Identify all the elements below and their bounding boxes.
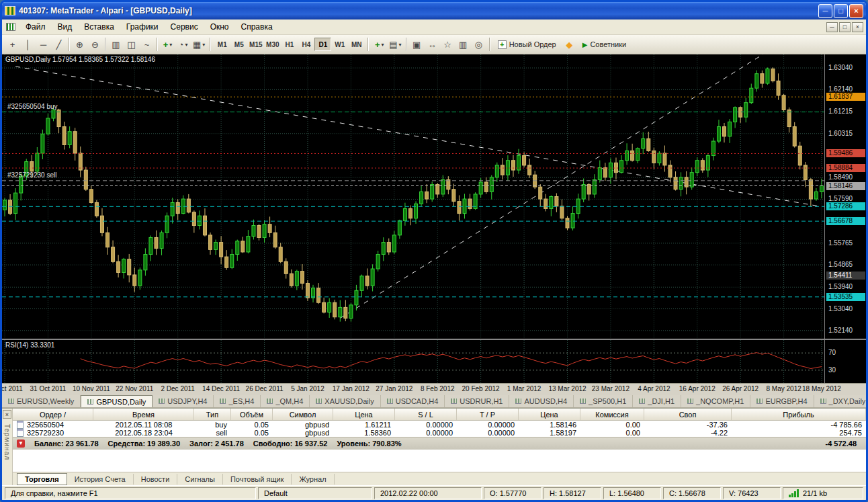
chart-tab-label: USDRUR,H1 (460, 397, 503, 405)
chart-tab--dxy-daily[interactable]: _DXY,Daily (814, 395, 866, 407)
timeframe-m30[interactable]: M30 (264, 38, 281, 51)
menu-view[interactable]: Вид (52, 20, 79, 34)
periods-button[interactable]: ◔▾ (175, 37, 191, 52)
chart-tab-xauusd-daily[interactable]: XAUUSD,Daily (310, 395, 380, 407)
column-header-time[interactable]: Время (93, 409, 194, 420)
price-axis[interactable]: 1.630401.621401.618371.612151.603151.594… (824, 54, 866, 339)
column-header-profit[interactable]: Прибыль (732, 409, 866, 420)
indicators-button[interactable]: +▾ (160, 37, 175, 52)
time-axis-label: 2 Dec 2011 (161, 385, 194, 392)
chart-tab-usdcad-h4[interactable]: USDCAD,H4 (381, 395, 445, 407)
terminal-tab-почтовый-ящик[interactable]: Почтовый ящик (223, 474, 292, 485)
menu-service[interactable]: Сервис (165, 20, 204, 34)
trendline-icon[interactable]: ╱ (51, 37, 67, 52)
terminal-tab-история-счета[interactable]: История Счета (67, 474, 134, 485)
column-header-swap[interactable]: Своп (644, 409, 732, 420)
connection-bars-icon (789, 489, 799, 497)
timeframe-d1[interactable]: D1 (314, 38, 331, 51)
line-chart-icon[interactable]: ~ (139, 37, 155, 52)
chart-tab-eurusd-weekly[interactable]: EURUSD,Weekly (2, 395, 81, 407)
timeframe-mn[interactable]: MN (348, 38, 365, 51)
mdi-minimize-button[interactable]: ─ (826, 22, 838, 32)
favorites-icon[interactable]: ☆ (440, 37, 455, 52)
expert-advisors-button[interactable]: ▶ Советники (578, 37, 631, 52)
column-header-type[interactable]: Тип (194, 409, 231, 420)
chart-tab-gbpusd-daily[interactable]: GBPUSD,Daily (81, 395, 153, 407)
add-chart-button[interactable]: +▾ (372, 37, 387, 52)
data-window-icon[interactable]: ▥ (455, 37, 471, 52)
title-bar[interactable]: 401307: MetaTrader - Alpari - [GBPUSD,Da… (2, 2, 866, 19)
rsi-axis[interactable]: 7030 (824, 340, 866, 383)
table-row[interactable]: 3256505042012.05.11 08:08buy0.05gbpusd1.… (13, 421, 866, 429)
menu-charts[interactable]: Графики (120, 20, 165, 34)
timeframe-h4[interactable]: H4 (298, 38, 314, 51)
zoom-out-icon[interactable]: ⊖ (87, 37, 103, 52)
chart-tab-usdjpy-h4[interactable]: USDJPY,H4 (153, 395, 214, 407)
column-header-sl[interactable]: S / L (395, 409, 457, 420)
chart-tabs-bar: EURUSD,WeeklyGBPUSD,DailyUSDJPY,H4_ES,H4… (2, 395, 866, 408)
window-close-button[interactable]: × (849, 4, 863, 18)
terminal-close-button[interactable]: × (3, 410, 11, 419)
chart-tab--nqcomp-h1[interactable]: _NQCOMP,H1 (681, 395, 750, 407)
mdi-restore-button[interactable]: □ (839, 22, 851, 32)
price-axis-label: 1.59486 (826, 149, 865, 157)
chart-tab-eurgbp-h4[interactable]: EURGBP,H4 (750, 395, 814, 407)
terminal-tab-торговля[interactable]: Торговля (17, 473, 67, 485)
mdi-close-button[interactable]: × (852, 22, 863, 32)
vertical-line-icon: │ (25, 40, 30, 50)
priority-button[interactable]: ◆ (562, 37, 577, 52)
candlestick-chart-icon[interactable]: ◫ (124, 37, 139, 52)
sell-order-label[interactable]: #325729230 sell (7, 171, 56, 179)
column-header-volume[interactable]: Объём (231, 409, 273, 420)
search-icon[interactable]: ◎ (471, 37, 486, 52)
window-layout-button[interactable]: ▤▾ (387, 37, 403, 52)
zoom-out-icon: ⊖ (91, 40, 99, 50)
order-cell-sl: 0.00000 (395, 421, 457, 429)
chart-tab-label: _DXY,Daily (829, 397, 866, 405)
export-icon[interactable]: ▣ (409, 37, 425, 52)
chart-tab--qm-h4[interactable]: _QM,H4 (261, 395, 310, 407)
chart-tab-audusd-h4[interactable]: AUDUSD,H4 (509, 395, 574, 407)
chart-tab--dji-h1[interactable]: _DJI,H1 (633, 395, 681, 407)
menu-insert[interactable]: Вставка (78, 20, 120, 34)
chart-tab-usdrur-h1[interactable]: USDRUR,H1 (445, 395, 509, 407)
menu-file[interactable]: Файл (19, 20, 52, 34)
menu-window[interactable]: Окно (204, 20, 235, 34)
chart-mdi-icon[interactable] (6, 23, 15, 31)
horizontal-line-icon[interactable]: ─ (36, 37, 51, 52)
table-row[interactable]: 3257292302012.05.18 23:04sell0.05gbpusd1… (13, 429, 866, 437)
move-chart-icon[interactable]: ↔ (425, 37, 440, 52)
column-header-symbol[interactable]: Символ (273, 409, 333, 420)
crosshair-icon[interactable]: + (5, 37, 20, 52)
column-header-tp[interactable]: T / P (457, 409, 519, 420)
terminal-tab-новости[interactable]: Новости (134, 474, 178, 485)
column-header-current-price[interactable]: Цена (519, 409, 580, 420)
bar-chart-icon[interactable]: ▥ (108, 37, 124, 52)
rsi-axis-label: 70 (825, 349, 865, 357)
zoom-in-icon[interactable]: ⊕ (72, 37, 87, 52)
buy-order-label[interactable]: #325650504 buy (7, 103, 58, 110)
time-axis[interactable]: 19 Oct 201131 Oct 201110 Nov 201122 Nov … (2, 383, 866, 395)
column-header-order[interactable]: Ордер / (13, 409, 93, 420)
timeframe-m5[interactable]: M5 (230, 38, 247, 51)
price-chart[interactable]: GBPUSD,Daily 1.57954 1.58365 1.57322 1.5… (2, 54, 824, 339)
line-chart-icon: ~ (144, 40, 150, 50)
new-order-button[interactable]: + Новый Ордер (493, 37, 561, 52)
timeframe-w1[interactable]: W1 (331, 38, 348, 51)
timeframe-h1[interactable]: H1 (281, 38, 298, 51)
time-axis-label: 1 Mar 2012 (507, 385, 541, 392)
timeframe-m1[interactable]: M1 (214, 38, 230, 51)
window-minimize-button[interactable]: ─ (818, 4, 832, 18)
vertical-line-icon[interactable]: │ (20, 37, 36, 52)
window-restore-button[interactable]: □ (834, 4, 848, 18)
chart-tab--sp500-h1[interactable]: _SP500,H1 (574, 395, 633, 407)
column-header-commission[interactable]: Комиссия (580, 409, 644, 420)
chart-tab--es-h4[interactable]: _ES,H4 (214, 395, 261, 407)
rsi-pane[interactable]: RSI(14) 33.3301 (2, 340, 824, 383)
menu-help[interactable]: Справка (235, 20, 279, 34)
timeframe-m15[interactable]: M15 (247, 38, 264, 51)
column-header-open-price[interactable]: Цена (333, 409, 395, 420)
templates-button[interactable]: ▦▾ (191, 37, 207, 52)
terminal-tab-журнал[interactable]: Журнал (292, 474, 334, 485)
terminal-tab-сигналы[interactable]: Сигналы (177, 474, 223, 485)
